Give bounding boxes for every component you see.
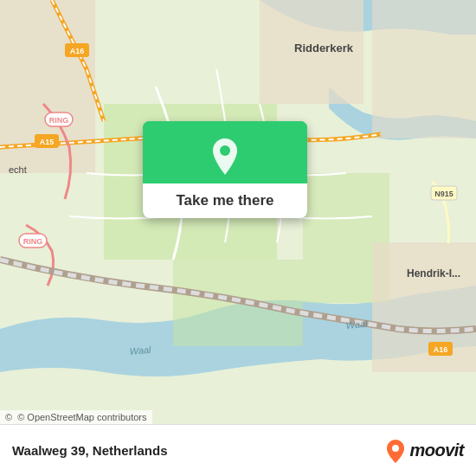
footer-left: Waalweg 39, Netherlands bbox=[12, 443, 168, 458]
svg-text:A16: A16 bbox=[70, 47, 85, 55]
svg-text:A15: A15 bbox=[40, 138, 55, 146]
location-pin-icon bbox=[209, 137, 241, 175]
address-text: Waalweg 39, Netherlands bbox=[12, 443, 168, 458]
moovit-pin-icon bbox=[385, 439, 406, 463]
svg-rect-7 bbox=[372, 242, 476, 372]
button-icon-area bbox=[143, 121, 307, 183]
map-attribution: © © OpenStreetMap contributors bbox=[0, 410, 152, 424]
map-container: A16 A15 A15 RING RING N915 A16 Waal Waal bbox=[0, 0, 476, 424]
moovit-brand-text: moovit bbox=[409, 441, 464, 460]
svg-text:Hendrik-I...: Hendrik-I... bbox=[407, 267, 460, 280]
button-label-area: Take me there bbox=[143, 183, 307, 218]
copyright-symbol: © bbox=[5, 412, 12, 422]
button-overlay: Take me there bbox=[138, 121, 312, 218]
moovit-logo: moovit bbox=[385, 439, 464, 463]
svg-text:RING: RING bbox=[23, 237, 43, 246]
button-label: Take me there bbox=[176, 192, 273, 209]
svg-text:Waal: Waal bbox=[129, 344, 151, 357]
attribution-text: © OpenStreetMap contributors bbox=[17, 412, 146, 422]
take-me-there-button[interactable]: Take me there bbox=[143, 121, 307, 218]
svg-text:N915: N915 bbox=[434, 190, 453, 198]
svg-text:Ridderkerk: Ridderkerk bbox=[294, 42, 354, 55]
svg-text:RING: RING bbox=[49, 116, 69, 125]
svg-text:Waal: Waal bbox=[345, 318, 368, 331]
svg-point-27 bbox=[220, 145, 230, 156]
svg-rect-6 bbox=[372, 0, 476, 138]
svg-text:A16: A16 bbox=[434, 345, 448, 354]
svg-text:echt: echt bbox=[9, 164, 27, 175]
svg-point-28 bbox=[392, 445, 399, 452]
footer: Waalweg 39, Netherlands moovit bbox=[0, 424, 476, 476]
